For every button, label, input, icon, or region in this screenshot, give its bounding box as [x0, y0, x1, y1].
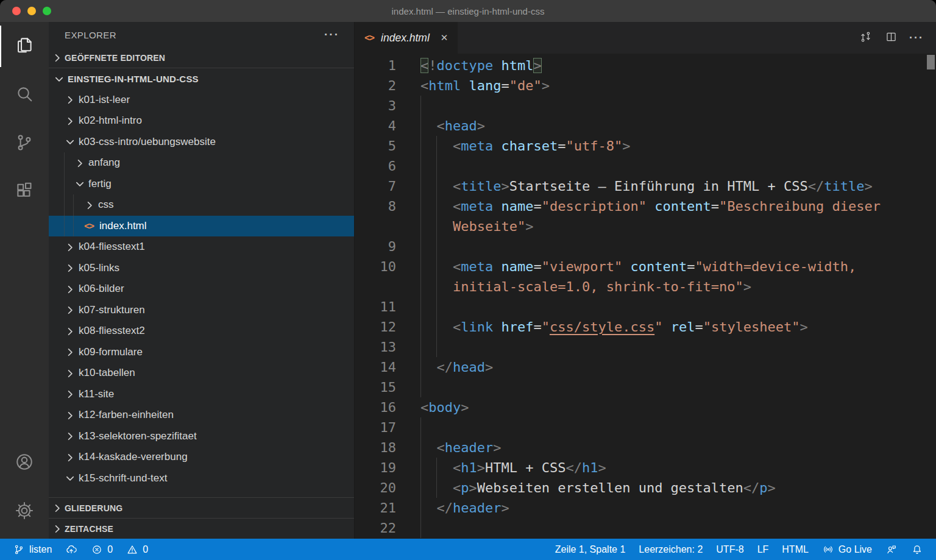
- traffic-lights: [12, 0, 51, 22]
- indent-guide: [436, 317, 437, 337]
- tree-item-label: fertig: [88, 178, 112, 190]
- tree-item-k08-fliesstext2[interactable]: k08-fliesstext2: [49, 321, 354, 342]
- code-line[interactable]: 17: [355, 417, 936, 438]
- line-number: 3: [355, 96, 396, 116]
- tree-item-k12-farben-einheiten[interactable]: k12-farben-einheiten: [49, 405, 354, 426]
- activity-bar-settings[interactable]: [0, 487, 49, 536]
- tree-item-k01-ist-leer[interactable]: k01-ist-leer: [49, 90, 354, 111]
- status-notifications[interactable]: [904, 539, 930, 560]
- activity-bar-explorer[interactable]: [0, 22, 49, 71]
- status-eol[interactable]: LF: [751, 539, 776, 560]
- code-line[interactable]: 10 <meta name="viewport" content="width=…: [355, 257, 936, 277]
- tree-item-label: k04-fliesstext1: [79, 241, 145, 253]
- code-line[interactable]: 6: [355, 156, 936, 176]
- tree-item-css[interactable]: css: [49, 194, 354, 216]
- tab-index-html[interactable]: <> index.html ✕: [355, 22, 458, 54]
- code-line[interactable]: 20 <p>Webseiten erstellen und gestalten<…: [355, 478, 936, 498]
- code-line[interactable]: 8 <meta name="description" content="Besc…: [355, 196, 936, 216]
- tree-item-label: k12-farben-einheiten: [79, 409, 174, 421]
- chevron-down-icon: [65, 136, 75, 147]
- line-number: 1: [355, 55, 396, 76]
- close-tab-icon[interactable]: ✕: [441, 32, 448, 43]
- minimize-window-button[interactable]: [27, 7, 36, 15]
- code-line[interactable]: 11: [355, 297, 936, 317]
- code-line-content: [420, 417, 936, 438]
- tree-item-index-html[interactable]: <>index.html: [49, 216, 354, 237]
- tree-item-k02-html-intro[interactable]: k02-html-intro: [49, 110, 354, 132]
- indent-guide: [420, 337, 421, 357]
- split-editor-button[interactable]: [880, 27, 902, 49]
- line-number: 7: [355, 176, 396, 196]
- status-language-mode[interactable]: HTML: [775, 539, 815, 560]
- tree-item-k09-formulare[interactable]: k09-formulare: [49, 342, 354, 363]
- tree-item-k13-selektoren-spezifitaet[interactable]: k13-selektoren-spezifitaet: [49, 426, 354, 447]
- code-line[interactable]: 13: [355, 337, 936, 357]
- timeline-section[interactable]: ZEITACHSE: [49, 518, 354, 539]
- status-go-live[interactable]: Go Live: [815, 539, 879, 560]
- code-line[interactable]: initial-scale=1.0, shrink-to-fit=no">: [355, 277, 936, 297]
- activity-bar-extensions[interactable]: [0, 168, 49, 217]
- tree-item-k15-schrift-und-text[interactable]: k15-schrift-und-text: [49, 468, 354, 489]
- more-actions-button[interactable]: ···: [906, 27, 927, 49]
- code-line[interactable]: Webseite">: [355, 216, 936, 236]
- status-encoding[interactable]: UTF-8: [709, 539, 750, 560]
- indent-guide: [420, 518, 421, 538]
- code-line[interactable]: 14 </head>: [355, 357, 936, 377]
- status-label: Zeile 1, Spalte 1: [555, 544, 626, 555]
- line-number: 12: [355, 317, 396, 337]
- status-cursor-position[interactable]: Zeile 1, Spalte 1: [548, 539, 633, 560]
- code-line-content: <p>Webseiten erstellen und gestalten</p>: [420, 478, 936, 498]
- code-line[interactable]: 22: [355, 518, 936, 538]
- tree-item-k11-site[interactable]: k11-site: [49, 384, 354, 405]
- line-number: 17: [355, 417, 396, 438]
- tree-item-k05-links[interactable]: k05-links: [49, 258, 354, 279]
- indent-guide: [436, 337, 437, 357]
- code-line[interactable]: 5 <meta charset="utf-8">: [355, 136, 936, 156]
- code-line[interactable]: 3: [355, 96, 936, 116]
- zoom-window-button[interactable]: [43, 7, 51, 15]
- outline-section[interactable]: GLIEDERUNG: [49, 497, 354, 518]
- tree-item-k10-tabellen[interactable]: k10-tabellen: [49, 363, 354, 384]
- code-line[interactable]: 18 <header>: [355, 438, 936, 458]
- code-line[interactable]: 19 <h1>HTML + CSS</h1>: [355, 458, 936, 478]
- tree-item-einstieg-in-html-und-css[interactable]: EINSTIEG-IN-HTML-UND-CSS: [49, 68, 354, 90]
- status-feedback[interactable]: [879, 539, 904, 560]
- chevron-right-icon: [52, 523, 62, 534]
- editor-actions: ···: [854, 22, 936, 54]
- tree-item-k06-bilder[interactable]: k06-bilder: [49, 278, 354, 300]
- tree-item-anfang[interactable]: anfang: [49, 152, 354, 174]
- activity-bar-source-control[interactable]: [0, 119, 49, 168]
- warning-icon: [126, 544, 138, 556]
- code-line[interactable]: 16<body>: [355, 397, 936, 417]
- activity-bar-account[interactable]: [0, 439, 49, 487]
- code-line[interactable]: 4 <head>: [355, 116, 936, 136]
- status-publish[interactable]: [58, 539, 84, 560]
- code-editor[interactable]: 1<!doctype html>2<html lang="de">34 <hea…: [355, 54, 936, 539]
- tree-item-label: k01-ist-leer: [79, 94, 130, 106]
- code-line[interactable]: 21 </header>: [355, 498, 936, 518]
- code-line[interactable]: 7 <title>Startseite – Einführung in HTML…: [355, 176, 936, 196]
- tree-item-k04-fliesstext1[interactable]: k04-fliesstext1: [49, 236, 354, 258]
- status-git-branch[interactable]: listen: [6, 539, 58, 560]
- open-editors-section[interactable]: GEÖFFNETE EDITOREN: [49, 48, 354, 68]
- status-errors[interactable]: 0: [84, 539, 119, 560]
- code-line[interactable]: 9: [355, 236, 936, 257]
- status-indentation[interactable]: Leerzeichen: 2: [632, 539, 709, 560]
- open-changes-button[interactable]: [854, 27, 876, 49]
- code-line[interactable]: 15: [355, 377, 936, 397]
- close-window-button[interactable]: [12, 7, 21, 15]
- activity-bar-search[interactable]: [0, 71, 49, 119]
- indent-guide: [420, 377, 421, 397]
- explorer-more-actions-button[interactable]: ···: [324, 28, 354, 41]
- tree-item-k14-kaskade-vererbung[interactable]: k14-kaskade-vererbung: [49, 447, 354, 468]
- tree-item-k07-strukturen[interactable]: k07-strukturen: [49, 300, 354, 321]
- code-line[interactable]: 2<html lang="de">: [355, 76, 936, 96]
- code-line-content: <!doctype html>: [420, 55, 936, 76]
- code-line[interactable]: 12 <link href="css/style.css" rel="style…: [355, 317, 936, 337]
- code-line[interactable]: 1<!doctype html>: [355, 55, 936, 76]
- tree-item-k03-css-intro-uebungswebsite[interactable]: k03-css-intro/uebungswebsite: [49, 132, 354, 153]
- tree-item-fertig[interactable]: fertig: [49, 174, 354, 195]
- indent-guide: [420, 96, 421, 116]
- title-bar[interactable]: index.html — einstieg-in-html-und-css: [0, 0, 936, 22]
- status-warnings[interactable]: 0: [119, 539, 155, 560]
